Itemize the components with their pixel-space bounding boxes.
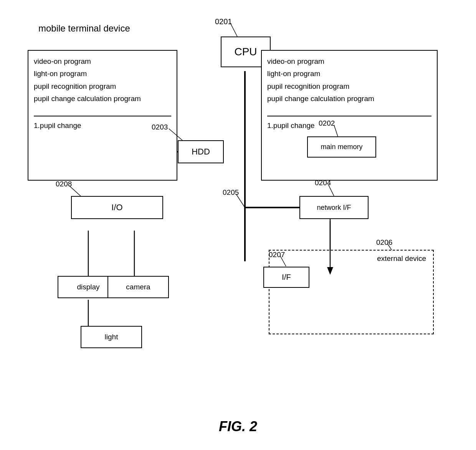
hdd-line1: video-on program xyxy=(34,55,171,68)
main-memory-box: main memory xyxy=(307,136,376,158)
mobile-terminal-label: mobile terminal device xyxy=(38,23,130,34)
hdd-box: HDD xyxy=(178,140,224,163)
bus-ref: 0205 xyxy=(223,188,239,197)
io-ref: 0208 xyxy=(56,180,72,188)
external-device-label: external device xyxy=(377,254,426,263)
hdd-storage-box: video-on program light-on program pupil … xyxy=(28,50,177,181)
camera-box: camera xyxy=(107,276,169,298)
network-if-ref: 0204 xyxy=(315,179,331,187)
external-device-ref: 0206 xyxy=(376,238,392,247)
if-label: I/F xyxy=(282,273,291,282)
camera-label: camera xyxy=(126,283,150,291)
mm-line2: light-on program xyxy=(267,68,431,80)
hdd-ref: 0203 xyxy=(152,123,168,131)
network-if-box: network I/F xyxy=(299,196,369,219)
cpu-ref: 0201 xyxy=(215,17,232,26)
network-if-label: network I/F xyxy=(317,204,351,212)
hdd-line4: pupil change calculation program xyxy=(34,93,171,105)
hdd-data: 1.pupil change xyxy=(34,120,171,132)
if-ref: 0207 xyxy=(269,251,285,259)
mm-data: 1.pupil change xyxy=(267,120,315,132)
light-label: light xyxy=(105,333,118,341)
figure-caption: FIG. 2 xyxy=(0,418,476,435)
display-label: display xyxy=(77,283,99,291)
io-label: I/O xyxy=(111,203,122,213)
io-box: I/O xyxy=(71,196,163,219)
main-memory-storage-box: video-on program light-on program pupil … xyxy=(261,50,438,181)
external-device-box: external device I/F xyxy=(269,250,434,334)
if-box: I/F xyxy=(263,267,309,288)
hdd-label: HDD xyxy=(192,147,210,157)
hdd-line3: pupil recognition program xyxy=(34,80,171,93)
hdd-line2: light-on program xyxy=(34,68,171,80)
main-memory-ref: 0202 xyxy=(319,119,335,128)
light-box: light xyxy=(81,326,142,348)
mm-line3: pupil recognition program xyxy=(267,80,431,93)
main-memory-label: main memory xyxy=(321,143,362,151)
mm-line1: video-on program xyxy=(267,55,431,68)
cpu-label: CPU xyxy=(234,46,257,58)
mm-line4: pupil change calculation program xyxy=(267,93,431,105)
diagram: mobile terminal device CPU 0201 video-on… xyxy=(0,0,476,450)
